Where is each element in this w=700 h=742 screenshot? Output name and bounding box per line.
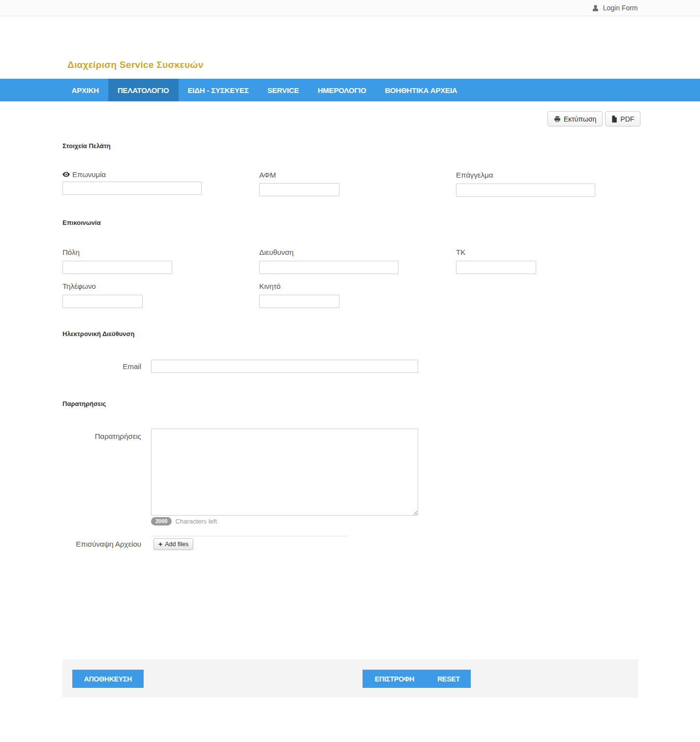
pdf-button[interactable]: PDF <box>605 111 640 126</box>
back-button[interactable]: ΕΠΙΣΤΡΟΦΗ <box>363 670 426 688</box>
form-footer: ΑΠΟΘΗΚΕΥΣΗ ΕΠΙΣΤΡΟΦΗ RESET <box>62 659 638 698</box>
add-files-label: Add files <box>165 541 188 548</box>
file-pdf-icon <box>611 116 617 123</box>
add-files-button[interactable]: + Add files <box>153 538 193 550</box>
mobile-label: Κινητό <box>259 282 280 290</box>
section-title-notes: Παρατηρήσεις <box>62 400 106 407</box>
section-title-email: Ηλεκτρονική Διεύθυνση <box>62 330 134 338</box>
plus-icon: + <box>158 541 162 548</box>
login-form-label: Login Form <box>603 4 638 12</box>
print-button-label: Εκτύπωση <box>564 115 596 123</box>
postal-code-input[interactable] <box>456 261 536 274</box>
nav-item-aux-files[interactable]: ΒΟΗΘΗΤΙΚΑ ΑΡΧΕΙΑ <box>375 79 466 101</box>
printer-icon <box>554 116 561 123</box>
address-label: Διευθυνση <box>259 248 294 256</box>
company-label-text: Επωνυμία <box>72 170 106 179</box>
notes-textarea[interactable] <box>151 429 418 516</box>
chars-left-row: 2000 Characters left <box>151 517 217 526</box>
section-title-customer: Στοιχεία Πελάτη <box>62 142 111 150</box>
notes-label: Παρατηρήσεις <box>62 432 141 440</box>
profession-label: Επάγγελμα <box>456 171 493 179</box>
chars-left-badge: 2000 <box>151 517 172 526</box>
nav-item-home[interactable]: ΑΡΧΙΚΗ <box>62 79 108 101</box>
nav-item-service[interactable]: SERVICE <box>258 79 308 101</box>
email-input[interactable] <box>151 360 418 373</box>
city-input[interactable] <box>62 261 172 274</box>
phone-input[interactable] <box>62 295 143 308</box>
attachment-label: Επισύναψη Αρχείου <box>62 540 141 548</box>
page-title: Διαχείριση Service Συσκευών <box>67 60 204 70</box>
nav-item-customers[interactable]: ΠΕΛΑΤΟΛΟΓΙΟ <box>108 79 179 101</box>
eye-icon <box>62 170 70 179</box>
afm-input[interactable] <box>259 183 339 196</box>
user-icon <box>592 4 599 12</box>
section-title-contact: Επικοινωνία <box>62 219 101 226</box>
profession-input[interactable] <box>456 184 595 197</box>
afm-label: ΑΦΜ <box>259 171 276 179</box>
main-nav: ΑΡΧΙΚΗ ΠΕΛΑΤΟΛΟΓΙΟ ΕΙΔΗ - ΣΥΣΚΕΥΕΣ SERVI… <box>0 79 700 101</box>
doc-buttons: Εκτύπωση PDF <box>548 111 640 126</box>
save-button[interactable]: ΑΠΟΘΗΚΕΥΣΗ <box>72 670 144 688</box>
address-input[interactable] <box>259 261 398 274</box>
company-input[interactable] <box>62 182 202 195</box>
reset-button[interactable]: RESET <box>426 670 471 688</box>
attachment-divider <box>151 536 348 536</box>
city-label: Πόλη <box>62 248 80 256</box>
login-form-link[interactable]: Login Form <box>592 4 638 12</box>
postal-code-label: ΤΚ <box>456 248 465 256</box>
nav-item-calendar[interactable]: ΗΜΕΡΟΛΟΓΙΟ <box>308 79 376 101</box>
phone-label: Τηλέφωνο <box>62 282 96 290</box>
nav-item-devices[interactable]: ΕΙΔΗ - ΣΥΣΚΕΥΕΣ <box>179 79 258 101</box>
mobile-input[interactable] <box>259 295 339 308</box>
company-label: Επωνυμία <box>62 170 106 179</box>
chars-left-text: Characters left <box>175 518 217 525</box>
pdf-button-label: PDF <box>620 115 634 123</box>
print-button[interactable]: Εκτύπωση <box>548 111 603 126</box>
topbar: Login Form <box>0 0 700 16</box>
email-label: Email <box>62 362 141 371</box>
